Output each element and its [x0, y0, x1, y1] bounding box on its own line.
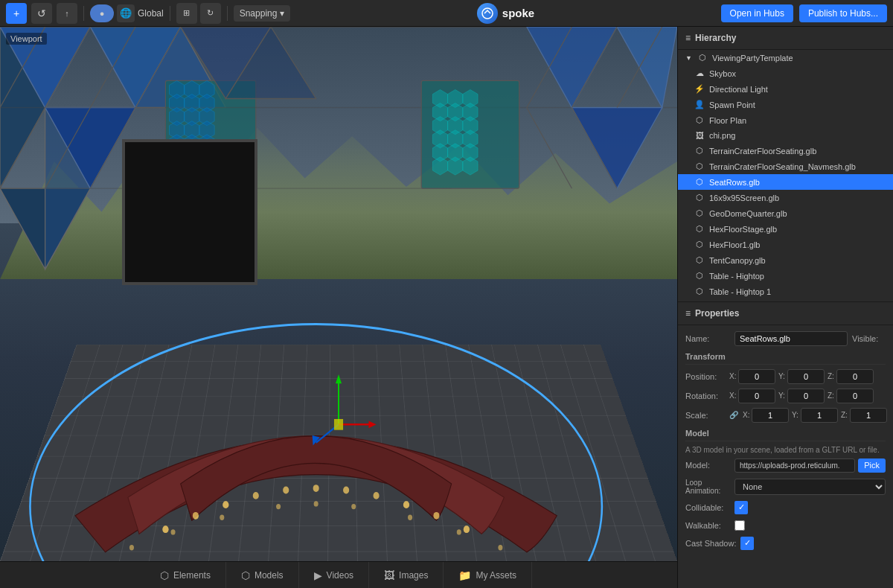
rotation-x-group: X: — [729, 389, 775, 403]
add-button[interactable]: + — [6, 3, 27, 24]
rotation-row: Rotation: X: Y: Z: — [685, 389, 886, 403]
hier-icon-tent: ⬡ — [694, 255, 705, 265]
rotation-x-input[interactable] — [738, 389, 775, 403]
hier-item-viewingpartytemplate[interactable]: ▼ ⬡ ViewingPartyTemplate — [678, 50, 893, 65]
hier-label: Floor Plan — [709, 116, 746, 125]
cast-shadow-row: Cast Shadow: ✓ — [685, 537, 886, 550]
sphere-mode-btn[interactable]: ● — [90, 4, 114, 22]
cast-shadow-label: Cast Shadow: — [685, 539, 736, 548]
svg-point-81 — [403, 501, 409, 508]
cast-shadow-checkbox[interactable]: ✓ — [740, 537, 754, 550]
tab-my-assets[interactable]: 📁 My Assets — [444, 562, 532, 589]
hier-item-screen[interactable]: ⬡ 16x9x95Screen.glb — [678, 190, 893, 205]
refresh-button[interactable]: ↺ — [31, 3, 52, 24]
hier-label: HexFloor1.glb — [709, 240, 760, 249]
hier-item-seatrows[interactable]: ⬡ SeatRows.glb — [678, 174, 893, 190]
rotation-y-input[interactable] — [787, 389, 825, 403]
hier-icon-light: ⚡ — [694, 84, 705, 94]
hier-icon-seatrows: ⬡ — [694, 177, 705, 187]
loop-animation-select[interactable]: None — [734, 479, 886, 495]
viewport[interactable]: Viewport — [0, 27, 677, 588]
tab-videos[interactable]: ▶ Videos — [299, 562, 369, 589]
hier-item-hexfloorstage[interactable]: ⬡ HexFloorStage.glb — [678, 221, 893, 237]
position-z-input[interactable] — [836, 369, 874, 384]
position-x-input[interactable] — [738, 369, 775, 384]
model-url-input[interactable] — [734, 458, 855, 473]
rotation-z-input[interactable] — [836, 389, 874, 403]
hier-item-hexfloor1[interactable]: ⬡ HexFloor1.glb — [678, 237, 893, 252]
hier-item-tentcanopy[interactable]: ⬡ TentCanopy.glb — [678, 252, 893, 268]
hier-item-skybox[interactable]: ☁ Skybox — [678, 65, 893, 81]
hierarchy-title: Hierarchy — [695, 33, 736, 43]
svg-marker-96 — [368, 421, 376, 428]
hier-item-terrain-floor[interactable]: ⬡ TerrainCraterFloorSeating.glb — [678, 143, 893, 159]
svg-marker-24 — [527, 27, 617, 108]
tab-my-assets-label: My Assets — [476, 570, 516, 581]
transform-section-title: Transform — [685, 352, 886, 365]
upload-button[interactable]: ↑ — [57, 3, 77, 24]
hier-item-terrain-navmesh[interactable]: ⬡ TerrainCraterFloorSeating_Navmesh.glb — [678, 159, 893, 174]
svg-marker-25 — [572, 108, 662, 189]
scale-x-group: X: — [743, 408, 789, 423]
walkable-row: Walkable: — [685, 520, 886, 531]
position-y-input[interactable] — [787, 369, 825, 384]
scale-z-input[interactable] — [850, 408, 887, 423]
loop-label: Loop Animation: — [685, 479, 730, 495]
position-y-group: Y: — [778, 369, 825, 384]
hier-item-table-hightop[interactable]: ⬡ Table - Hightop — [678, 268, 893, 284]
right-panel: ≡ Hierarchy ▼ ⬡ ViewingPartyTemplate ☁ S… — [677, 27, 893, 588]
visible-label: Visible: — [852, 334, 893, 343]
position-x-group: X: — [729, 369, 775, 384]
mode-group: ● 🌐 Global — [90, 4, 164, 22]
scale-y-input[interactable] — [801, 408, 838, 423]
hier-icon-hexfloor: ⬡ — [694, 224, 705, 234]
snapping-btn[interactable]: Snapping ▾ — [234, 5, 291, 22]
hier-item-floor-plan[interactable]: ⬡ Floor Plan — [678, 112, 893, 128]
publish-button[interactable]: Publish to Hubs... — [799, 4, 887, 22]
transform-btn[interactable]: ⊞ — [176, 3, 197, 24]
hier-item-chi[interactable]: 🖼 chi.png — [678, 128, 893, 143]
sx-letter: X: — [743, 411, 750, 419]
z-letter: Z: — [828, 372, 835, 380]
rotate-btn[interactable]: ↻ — [200, 3, 221, 24]
snapping-label: Snapping — [240, 8, 278, 19]
hier-item-spawn-point[interactable]: 👤 Spawn Point — [678, 97, 893, 112]
sy-letter: Y: — [792, 411, 799, 419]
hier-icon-floor: ⬡ — [694, 115, 705, 125]
hier-icon-person: 👤 — [694, 100, 705, 109]
walkable-checkbox[interactable] — [734, 520, 745, 531]
svg-point-89 — [351, 504, 356, 509]
globe-btn[interactable]: 🌐 — [117, 4, 135, 22]
hierarchy-list[interactable]: ▼ ⬡ ViewingPartyTemplate ☁ Skybox ⚡ Dire… — [678, 50, 893, 301]
hier-item-directional-light[interactable]: ⚡ Directional Light — [678, 81, 893, 97]
pick-button[interactable]: Pick — [858, 458, 886, 473]
hier-label: chi.png — [709, 131, 735, 140]
open-hubs-button[interactable]: Open in Hubs — [721, 4, 793, 22]
hier-label: HexFloorStage.glb — [709, 225, 777, 234]
tab-images[interactable]: 🖼 Images — [369, 562, 444, 589]
global-label: Global — [138, 8, 164, 19]
tab-images-label: Images — [399, 570, 428, 581]
y-letter: Y: — [778, 372, 786, 380]
model-section: Model A 3D model in your scene, loaded f… — [685, 429, 886, 550]
collidable-checkbox[interactable]: ✓ — [734, 501, 748, 514]
scale-x-input[interactable] — [752, 408, 789, 423]
svg-point-86 — [220, 515, 224, 520]
tab-models[interactable]: ⬡ Models — [226, 562, 299, 589]
hier-label: GeoDomeQuarter.glb — [709, 209, 787, 218]
hier-item-table-hightop1[interactable]: ⬡ Table - Hightop 1 — [678, 284, 893, 299]
svg-point-80 — [374, 492, 380, 499]
bottom-bar: ⬡ Elements ⬡ Models ▶ Videos 🖼 Images 📁 … — [0, 561, 677, 588]
expand-arrow: ▼ — [685, 54, 693, 62]
snapping-arrow: ▾ — [280, 8, 284, 19]
properties-body: Name: Visible: ✓ Transform Position: X: … — [678, 325, 893, 589]
hier-item-geodome[interactable]: ⬡ GeoDomeQuarter.glb — [678, 205, 893, 221]
tab-models-label: Models — [255, 570, 284, 581]
svg-marker-26 — [617, 27, 677, 108]
tab-elements[interactable]: ⬡ Elements — [145, 562, 226, 589]
svg-point-73 — [162, 525, 168, 533]
name-input[interactable] — [734, 331, 848, 346]
tab-videos-label: Videos — [327, 570, 353, 581]
spoke-logo: spoke — [295, 3, 716, 24]
svg-point-79 — [343, 487, 349, 494]
